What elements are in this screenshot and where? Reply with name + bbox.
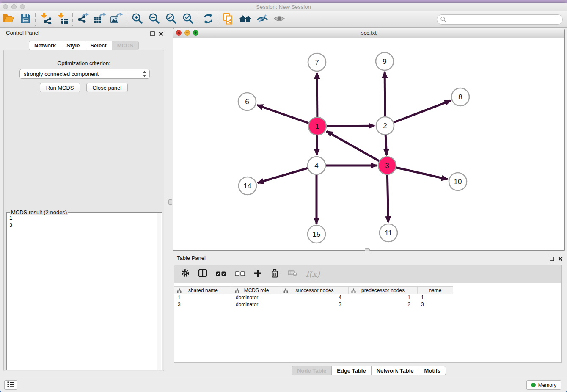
table-cell[interactable]: dominator (232, 294, 281, 301)
export-network-button[interactable] (74, 13, 91, 26)
eye-slash-icon (256, 14, 268, 25)
tab-network[interactable]: Network (29, 41, 61, 50)
unselect-all-columns-button[interactable] (235, 270, 245, 278)
checked-boxes-icon (216, 270, 226, 278)
task-history-button[interactable] (4, 380, 17, 390)
table-cell[interactable]: 3 (281, 301, 349, 308)
tab-select[interactable]: Select (85, 41, 111, 50)
show-all-button[interactable] (271, 13, 288, 26)
sort-tree-icon (177, 288, 182, 294)
close-panel-button[interactable]: Close panel (86, 83, 128, 92)
export-image-button[interactable] (108, 13, 125, 26)
table-cell[interactable]: 1 (418, 294, 453, 301)
memory-label: Memory (538, 382, 556, 388)
table-header-row: shared nameMCDS rolesuccessor nodesprede… (174, 286, 453, 294)
app-titlebar: Session: New Session (0, 3, 567, 11)
toolbar-separator (127, 13, 127, 26)
tab-motifs[interactable]: Motifs (419, 366, 446, 375)
table-cell[interactable]: 1 (349, 294, 418, 301)
optimization-criterion-label: Optimization criterion: (4, 60, 164, 66)
table-cell[interactable]: 2 (349, 301, 418, 308)
table-panel-float-icon[interactable] (550, 255, 554, 263)
network-graph[interactable]: 1234678910111415 (173, 38, 564, 251)
graph-node-label-10: 10 (454, 178, 462, 186)
table-cell[interactable]: 4 (281, 294, 349, 301)
sort-tree-icon (235, 288, 239, 294)
table-toolbar: f(x) (174, 265, 561, 283)
graph-edge-3-1[interactable] (327, 131, 387, 166)
table-cell[interactable]: 1 (174, 294, 232, 301)
network-canvas[interactable]: 1234678910111415 (173, 38, 564, 250)
network-window-titlebar[interactable]: scc.txt (173, 28, 564, 38)
open-session-button[interactable] (0, 13, 17, 26)
mcds-result-text[interactable]: 1 3 (9, 214, 12, 229)
save-session-button[interactable] (17, 13, 34, 26)
graph-node-label-6: 6 (245, 98, 249, 106)
export-table-button[interactable] (91, 13, 108, 26)
horizontal-splitter-handle[interactable] (365, 248, 370, 251)
import-network-button[interactable] (37, 13, 54, 26)
optimization-criterion-select[interactable]: strongly connected component (19, 69, 150, 79)
graph-edge-2-8[interactable] (385, 101, 451, 126)
mcds-panel: Optimization criterion: strongly connect… (3, 50, 164, 371)
copy-network-view-button[interactable] (220, 13, 237, 26)
table-row[interactable]: 1dominator411 (174, 294, 453, 301)
run-mcds-button[interactable]: Run MCDS (40, 83, 80, 92)
table-cell[interactable]: 3 (418, 301, 453, 308)
vertical-splitter-handle[interactable] (168, 199, 172, 205)
zoom-selected-button[interactable] (179, 13, 196, 26)
search-field (437, 14, 563, 25)
tab-style[interactable]: Style (61, 41, 85, 50)
graph-node-label-15: 15 (313, 230, 321, 238)
select-all-columns-button[interactable] (216, 270, 226, 278)
tab-mcds[interactable]: MCDS (112, 41, 139, 50)
tab-node-table[interactable]: Node Table (292, 366, 331, 375)
table-panel-header: Table Panel (173, 253, 567, 263)
tab-edge-table[interactable]: Edge Table (331, 366, 371, 375)
hide-selected-button[interactable] (254, 13, 271, 26)
column-label: MCDS role (244, 287, 269, 293)
control-panel-close-icon[interactable] (159, 30, 163, 38)
table-cell[interactable]: 3 (174, 301, 232, 308)
column-header-successor-nodes[interactable]: successor nodes (281, 286, 349, 294)
column-header-predecessor-nodes[interactable]: predecessor nodes (349, 286, 418, 294)
graph-edge-1-6[interactable] (257, 105, 317, 126)
memory-button[interactable]: Memory (526, 380, 561, 390)
graph-node-label-3: 3 (385, 162, 389, 170)
column-header-name[interactable]: name (418, 286, 453, 294)
column-header-MCDS-role[interactable]: MCDS role (232, 286, 281, 294)
table-row[interactable]: 3dominator323 (174, 301, 453, 308)
plus-icon (254, 269, 262, 279)
zoom-fit-button[interactable] (162, 13, 179, 26)
function-builder-button: f(x) (306, 269, 320, 279)
column-settings-button[interactable] (181, 269, 190, 279)
table-body: 1dominator4113dominator323 (174, 294, 453, 308)
split-panel-button[interactable] (198, 269, 207, 279)
column-label: predecessor nodes (361, 287, 405, 293)
zoom-in-button[interactable] (129, 13, 146, 26)
eye-icon (273, 14, 285, 25)
table-cell[interactable]: dominator (232, 301, 281, 308)
tab-network-table[interactable]: Network Table (371, 366, 419, 375)
table-panel-close-icon[interactable] (558, 255, 563, 263)
toolbar-separator (72, 13, 73, 26)
zoom-out-icon (149, 13, 160, 26)
toolbar-separator (218, 13, 219, 26)
search-input[interactable] (437, 14, 563, 25)
delete-column-button[interactable] (271, 269, 279, 279)
main-toolbar (0, 11, 567, 28)
refresh-layout-button[interactable] (200, 13, 217, 26)
column-header-shared-name[interactable]: shared name (174, 286, 232, 294)
control-panel-tabs: NetworkStyleSelectMCDS (0, 41, 168, 50)
zoom-out-button[interactable] (146, 13, 162, 26)
column-label: successor nodes (295, 287, 333, 293)
control-panel-float-icon[interactable] (150, 30, 155, 38)
sort-tree-icon (351, 288, 356, 294)
import-table-button[interactable] (54, 13, 71, 26)
zoom-selected-icon (182, 13, 194, 26)
result-scrollbar[interactable] (157, 213, 161, 370)
graph-node-label-1: 1 (315, 122, 319, 130)
toolbar-separator (35, 13, 36, 26)
home-layout-button[interactable] (237, 13, 254, 26)
add-column-button[interactable] (254, 269, 262, 279)
